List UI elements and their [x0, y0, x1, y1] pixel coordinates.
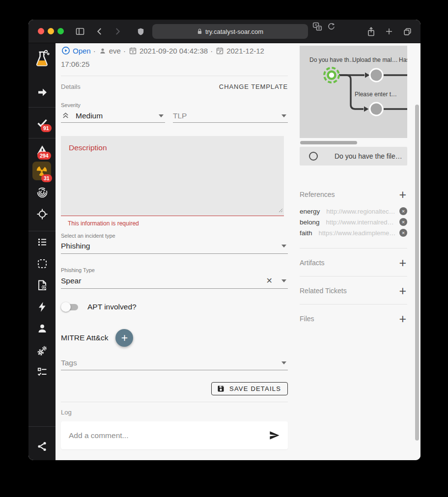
phishing-type-label: Phishing Type — [61, 267, 95, 273]
back-icon[interactable] — [94, 26, 105, 37]
clear-selection-icon[interactable]: ✕ — [266, 276, 273, 285]
ticket-due-date: 2021-12-12 — [226, 47, 264, 55]
status-open-icon — [61, 46, 70, 58]
sidebar-item-start[interactable] — [28, 86, 56, 98]
related-tickets-section-title: Related Tickets — [300, 287, 347, 295]
reference-row: faith https://www.leadimpleme… × — [300, 227, 407, 238]
dashed-box-icon — [36, 258, 48, 270]
minimize-window-button[interactable] — [48, 28, 54, 34]
sidebar-toggle-icon[interactable] — [75, 26, 85, 37]
playbook-task-row[interactable]: Do you have the file… — [300, 147, 407, 166]
save-details-button[interactable]: SAVE DETAILS — [211, 382, 288, 395]
tickets-badge: 31 — [41, 174, 52, 182]
translate-icon[interactable] — [312, 22, 322, 31]
playbook-horizontal-scrollbar[interactable] — [300, 141, 357, 144]
sidebar-item-share[interactable] — [28, 441, 56, 452]
description-textarea[interactable]: Description — [61, 136, 284, 216]
remove-reference-button[interactable]: × — [399, 229, 407, 237]
page-vertical-scrollbar[interactable] — [415, 105, 419, 441]
sidebar-item-users[interactable] — [28, 323, 56, 334]
phishing-type-select[interactable]: Spear ✕ — [61, 273, 288, 289]
tlp-placeholder: TLP — [173, 111, 187, 120]
sidebar-item-automations[interactable] — [28, 301, 56, 313]
section-divider — [61, 76, 288, 76]
severity-select[interactable]: Medium — [61, 109, 165, 123]
add-file-button[interactable]: + — [399, 314, 406, 324]
dropdown-arrow-icon — [281, 279, 286, 282]
reload-icon[interactable] — [327, 23, 336, 31]
sidebar-item-lists[interactable] — [28, 236, 56, 248]
reference-url[interactable]: https://www.leadimpleme… — [319, 229, 396, 237]
list-icon — [36, 236, 48, 248]
reference-row: belong http://www.internalred… × — [300, 217, 407, 227]
sidebar-item-jobs[interactable] — [28, 366, 56, 378]
add-reference-button[interactable]: + — [399, 190, 406, 199]
share-page-icon[interactable] — [365, 26, 376, 37]
log-section-title: Log — [61, 409, 72, 416]
sidebar-item-settings[interactable] — [28, 345, 56, 357]
send-comment-icon[interactable] — [269, 430, 280, 441]
catalyst-logo-flask-icon[interactable] — [28, 50, 56, 68]
reference-url[interactable]: http://www.regionaltec… — [326, 208, 395, 215]
reference-name[interactable]: energy — [300, 208, 320, 215]
address-bar[interactable]: try.catalyst-soar.com — [152, 24, 308, 39]
task-label: Do you have the file… — [335, 152, 402, 160]
zoom-window-button[interactable] — [57, 28, 64, 34]
add-related-ticket-button[interactable]: + — [399, 286, 406, 296]
page-content: Open·eve·2021-09-20 04:42:38·2021-12-12 … — [56, 43, 420, 460]
sidebar-item-templates[interactable] — [28, 279, 56, 291]
url-text: try.catalyst-soar.com — [205, 28, 263, 35]
mitre-label: MITRE Att&ck — [61, 333, 108, 342]
ticket-status[interactable]: Open — [73, 47, 91, 55]
add-mitre-button[interactable]: + — [115, 329, 133, 347]
app-sidebar: 91 294 31 — [28, 43, 56, 460]
tags-placeholder: Tags — [61, 359, 77, 367]
incident-type-label: Select an incident type — [61, 233, 115, 239]
incident-type-select[interactable]: Phishing — [61, 239, 288, 254]
remove-reference-button[interactable]: × — [399, 218, 407, 226]
sidebar-item-forensics[interactable] — [28, 187, 56, 198]
ticket-header: Open·eve·2021-09-20 04:42:38·2021-12-12 … — [61, 45, 288, 70]
incident-type-value: Phishing — [61, 242, 90, 250]
sidebar-divider — [28, 231, 56, 231]
apt-toggle[interactable] — [61, 301, 79, 313]
task-unchecked-circle-icon[interactable] — [309, 152, 318, 161]
references-section-title: References — [300, 191, 335, 198]
add-artifact-button[interactable]: + — [399, 258, 406, 268]
lightning-bolt-icon — [36, 301, 48, 313]
reference-url[interactable]: http://www.internalred… — [326, 219, 394, 226]
phishing-type-value: Spear — [61, 276, 81, 285]
sidebar-item-selection[interactable] — [28, 258, 56, 270]
tags-select[interactable]: Tags — [61, 356, 288, 370]
apt-label: APT involved? — [87, 303, 137, 311]
sidebar-item-hunting[interactable] — [28, 208, 56, 220]
section-divider — [300, 248, 407, 248]
details-section-title: Details — [61, 83, 81, 90]
files-section-title: Files — [300, 315, 314, 323]
gears-icon — [36, 345, 48, 357]
assignee-person-icon — [99, 47, 107, 58]
new-tab-icon[interactable] — [384, 26, 394, 37]
tab-overview-icon[interactable] — [402, 26, 413, 37]
comment-placeholder: Add a comment... — [69, 431, 128, 440]
playbook-graph[interactable]: Do you have th… Upload the mal… Has Plea… — [300, 46, 407, 138]
resize-handle[interactable] — [278, 206, 283, 215]
severity-label: Severity — [61, 102, 81, 108]
sidebar-divider — [28, 138, 56, 138]
remove-reference-button[interactable]: × — [399, 207, 407, 215]
close-window-button[interactable] — [38, 28, 44, 34]
description-placeholder: Description — [69, 143, 107, 152]
section-divider — [300, 304, 407, 304]
browser-titlebar: try.catalyst-soar.com — [28, 20, 420, 43]
forward-icon[interactable] — [112, 26, 123, 37]
tlp-select[interactable]: TLP — [173, 109, 288, 123]
ticket-assignee[interactable]: eve — [109, 47, 121, 55]
playbook-node-label: Upload the mal… — [352, 56, 398, 63]
comment-input[interactable]: Add a comment... — [61, 421, 288, 449]
dropdown-arrow-icon — [159, 114, 164, 117]
due-calendar-edit-icon — [216, 47, 224, 58]
change-template-button[interactable]: CHANGE TEMPLATE — [219, 83, 288, 90]
reference-name[interactable]: belong — [300, 219, 320, 226]
privacy-shield-icon[interactable] — [135, 26, 146, 37]
reference-name[interactable]: faith — [300, 229, 312, 237]
